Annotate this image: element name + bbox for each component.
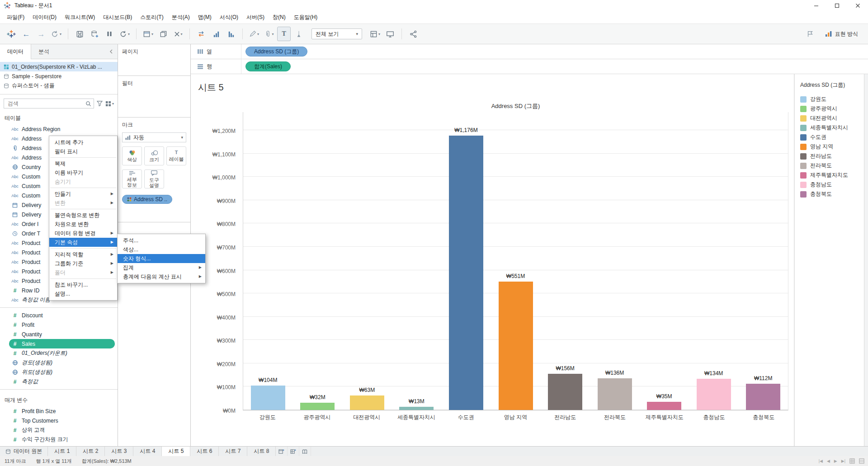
measure-field[interactable]: #Profit bbox=[0, 320, 118, 329]
search-input[interactable] bbox=[8, 100, 85, 107]
legend-item[interactable]: 광주광역시 bbox=[800, 104, 860, 113]
bar[interactable] bbox=[548, 374, 582, 410]
minimize-button[interactable] bbox=[806, 0, 826, 11]
size-button[interactable]: 크기 bbox=[144, 146, 164, 165]
sheet-tab[interactable]: 시트 6 bbox=[190, 447, 219, 456]
highlight-button[interactable]: ▾ bbox=[247, 27, 261, 41]
prev-page-icon[interactable]: ◀ bbox=[827, 459, 830, 463]
context-menu-item[interactable]: 불연속형으로 변환 bbox=[49, 211, 117, 220]
legend-item[interactable]: 충청북도 bbox=[800, 189, 860, 199]
first-page-icon[interactable]: |◀ bbox=[819, 459, 823, 463]
undo-button[interactable]: ← bbox=[19, 27, 33, 41]
table-view-icon[interactable] bbox=[859, 458, 864, 464]
menubar-item[interactable]: 분석(A) bbox=[168, 11, 194, 24]
scrollbar[interactable] bbox=[864, 74, 868, 446]
show-hide-cards-button[interactable]: ▾ bbox=[368, 27, 382, 41]
bar[interactable] bbox=[399, 407, 434, 410]
sheet-tab[interactable]: 시트 4 bbox=[133, 447, 162, 456]
context-menu-item[interactable]: 변환▶ bbox=[49, 198, 117, 207]
show-me-button[interactable]: 표현 방식 bbox=[825, 30, 858, 38]
sheet-tab[interactable]: 시트 5 bbox=[162, 447, 190, 456]
pause-updates-button[interactable] bbox=[103, 27, 116, 41]
legend-item[interactable]: 세종특별자치시 bbox=[800, 123, 860, 132]
measure-field[interactable]: 경도(생성됨) bbox=[0, 358, 118, 367]
legend-item[interactable]: 전라남도 bbox=[800, 151, 860, 161]
context-menu-item[interactable]: 주석... bbox=[118, 236, 205, 245]
maximize-button[interactable] bbox=[826, 0, 847, 11]
grid-view-icon[interactable] bbox=[849, 458, 855, 464]
context-menu-item[interactable]: 색상... bbox=[118, 245, 205, 254]
color-button[interactable]: 색상 bbox=[122, 146, 142, 165]
next-page-icon[interactable]: ▶ bbox=[834, 459, 837, 463]
parameter-field[interactable]: #상위 고객 bbox=[0, 425, 118, 435]
context-menu-item[interactable]: 그룹화 기준▶ bbox=[49, 259, 117, 268]
legend-item[interactable]: 대전광역시 bbox=[800, 113, 860, 123]
parameter-field[interactable]: #Top Customers bbox=[0, 416, 118, 425]
bar[interactable] bbox=[746, 384, 780, 410]
legend-item[interactable]: 전라북도 bbox=[800, 161, 860, 170]
show-mark-labels-button[interactable]: T bbox=[277, 27, 291, 41]
columns-shelf[interactable]: 열 Address SD (그룹) bbox=[191, 44, 868, 59]
tableau-home-button[interactable] bbox=[5, 27, 18, 41]
parameter-field[interactable]: #Profit Bin Size bbox=[0, 406, 118, 416]
menubar-item[interactable]: 스토리(T) bbox=[136, 11, 167, 24]
measure-field[interactable]: 위도(생성됨) bbox=[0, 367, 118, 377]
fit-dropdown[interactable]: 전체 보기 ▾ bbox=[311, 28, 362, 39]
bar[interactable] bbox=[350, 395, 384, 410]
datasource-item[interactable]: 01_Orders(Superstore KR - VizLab ... bbox=[0, 62, 118, 71]
last-page-icon[interactable]: ▶| bbox=[841, 459, 845, 463]
context-menu-item[interactable]: 기본 속성▶ bbox=[49, 238, 117, 247]
context-menu-item[interactable]: 집계▶ bbox=[118, 263, 205, 272]
menubar-item[interactable]: 서버(S) bbox=[242, 11, 269, 24]
bar[interactable] bbox=[647, 402, 681, 410]
bar[interactable] bbox=[697, 379, 731, 410]
legend-item[interactable]: 수도권 bbox=[800, 132, 860, 142]
menubar-item[interactable]: 파일(F) bbox=[3, 11, 28, 24]
menubar-item[interactable]: 데이터(D) bbox=[28, 11, 61, 24]
menubar-item[interactable]: 창(N) bbox=[269, 11, 290, 24]
context-menu-item[interactable]: 지리적 역할▶ bbox=[49, 250, 117, 259]
share-button[interactable] bbox=[406, 27, 420, 41]
dimension-field[interactable]: AbcAddress Region bbox=[0, 124, 118, 134]
bar[interactable] bbox=[251, 386, 285, 410]
context-menu-item[interactable]: 데이터 유형 변경▶ bbox=[49, 229, 117, 238]
replay-button[interactable]: ▾ bbox=[49, 27, 63, 41]
context-menu-item[interactable]: 숫자 형식... bbox=[118, 254, 205, 263]
measure-field[interactable]: #01_Orders(카운트) bbox=[0, 348, 118, 358]
context-menu-item[interactable]: 참조 바꾸기... bbox=[49, 280, 117, 289]
tab-analytics[interactable]: 분석 bbox=[31, 44, 57, 59]
bar[interactable] bbox=[449, 136, 483, 410]
sheet-tab[interactable]: 시트 7 bbox=[219, 447, 247, 456]
duplicate-button[interactable] bbox=[156, 27, 170, 41]
columns-pill[interactable]: Address SD (그룹) bbox=[245, 47, 307, 56]
context-menu-item[interactable]: 시트에 추가 bbox=[49, 138, 117, 147]
clear-sheet-button[interactable]: ▾ bbox=[171, 27, 185, 41]
sheet-tab[interactable]: 시트 3 bbox=[105, 447, 133, 456]
detail-button[interactable]: 세부 정보 bbox=[122, 169, 142, 188]
legend-item[interactable]: 영남 지역 bbox=[800, 142, 860, 151]
context-menu-item[interactable]: 만들기▶ bbox=[49, 189, 117, 198]
save-button[interactable] bbox=[73, 27, 86, 41]
new-worksheet-button[interactable]: ▾ bbox=[141, 27, 155, 41]
context-menu-item[interactable]: 설명... bbox=[49, 289, 117, 298]
tooltip-button[interactable]: 도구 설명 bbox=[144, 169, 164, 188]
filter-icon[interactable] bbox=[97, 101, 103, 106]
redo-button[interactable]: → bbox=[34, 27, 48, 41]
bar[interactable] bbox=[300, 403, 335, 410]
datasource-tab[interactable]: 데이터 원본 bbox=[0, 447, 48, 456]
collapse-pane-icon[interactable] bbox=[105, 44, 118, 59]
sheet-tab[interactable]: 시트 1 bbox=[48, 447, 76, 456]
bar[interactable] bbox=[598, 378, 632, 410]
datasource-item[interactable]: 슈퍼스토어 - 샘플 bbox=[0, 81, 118, 90]
parameter-field[interactable]: #수익 구간차원 크기 bbox=[0, 435, 118, 444]
sort-ascending-button[interactable] bbox=[209, 27, 223, 41]
menubar-item[interactable]: 도움말(H) bbox=[290, 11, 322, 24]
sheet-tab[interactable]: 시트 2 bbox=[76, 447, 105, 456]
measure-field[interactable]: #측정값 bbox=[0, 377, 118, 386]
measure-field[interactable]: #Quantity bbox=[0, 329, 118, 339]
context-menu-item[interactable]: 숨기기 bbox=[49, 177, 117, 186]
group-members-button[interactable]: ▾ bbox=[262, 27, 276, 41]
context-menu-item[interactable]: 복제 bbox=[49, 159, 117, 168]
rows-pill[interactable]: 합계(Sales) bbox=[245, 61, 291, 71]
legend-item[interactable]: 강원도 bbox=[800, 94, 860, 104]
